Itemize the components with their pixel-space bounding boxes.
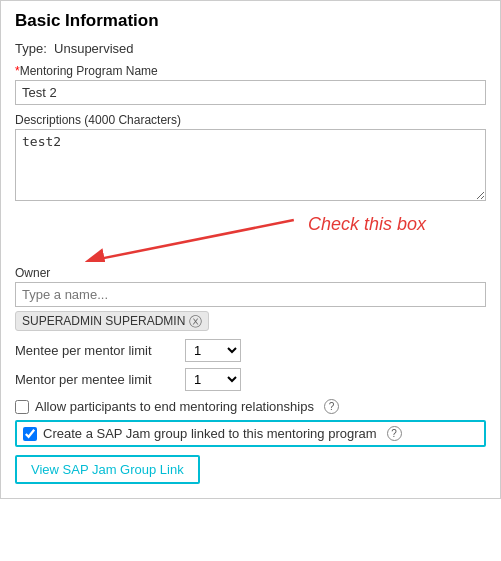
mentor-limit-row: Mentor per mentee limit 1 2 3 4 5	[15, 368, 486, 391]
panel-title: Basic Information	[15, 11, 486, 31]
annotation-area: Check this box	[15, 212, 486, 262]
allow-end-row: Allow participants to end mentoring rela…	[15, 399, 486, 414]
owner-label: Owner	[15, 266, 486, 280]
description-input[interactable]: test2	[15, 129, 486, 201]
create-jam-label: Create a SAP Jam group linked to this me…	[43, 426, 377, 441]
svg-line-0	[95, 220, 294, 260]
create-jam-help-icon[interactable]: ?	[387, 426, 402, 441]
create-jam-row: Create a SAP Jam group linked to this me…	[15, 420, 486, 447]
mentee-limit-row: Mentee per mentor limit 1 2 3 4 5	[15, 339, 486, 362]
limits-section: Mentee per mentor limit 1 2 3 4 5 Mentor…	[15, 339, 486, 391]
description-label: Descriptions (4000 Characters)	[15, 113, 486, 127]
owner-input[interactable]	[15, 282, 486, 307]
owner-field: Owner SUPERADMIN SUPERADMIN ⓧ	[15, 266, 486, 331]
owner-tags: SUPERADMIN SUPERADMIN ⓧ	[15, 311, 486, 331]
program-name-field: *Mentoring Program Name	[15, 64, 486, 105]
owner-tag: SUPERADMIN SUPERADMIN ⓧ	[15, 311, 209, 331]
allow-end-label: Allow participants to end mentoring rela…	[35, 399, 314, 414]
type-value: Unsupervised	[54, 41, 134, 56]
mentee-limit-label: Mentee per mentor limit	[15, 343, 185, 358]
arrow-graphic	[15, 212, 486, 262]
mentor-limit-label: Mentor per mentee limit	[15, 372, 185, 387]
check-this-box-label: Check this box	[308, 214, 426, 235]
description-field: Descriptions (4000 Characters) test2	[15, 113, 486, 204]
owner-tag-remove[interactable]: ⓧ	[189, 315, 202, 328]
create-jam-checkbox[interactable]	[23, 427, 37, 441]
view-jam-link-button[interactable]: View SAP Jam Group Link	[15, 455, 200, 484]
mentor-limit-select[interactable]: 1 2 3 4 5	[185, 368, 241, 391]
basic-information-panel: Basic Information Type: Unsupervised *Me…	[0, 0, 501, 499]
allow-end-help-icon[interactable]: ?	[324, 399, 339, 414]
mentee-limit-select[interactable]: 1 2 3 4 5	[185, 339, 241, 362]
type-label: Type:	[15, 41, 47, 56]
create-jam-checkbox-row: Create a SAP Jam group linked to this me…	[23, 426, 478, 441]
type-row: Type: Unsupervised	[15, 41, 486, 56]
owner-tag-label: SUPERADMIN SUPERADMIN	[22, 314, 185, 328]
program-name-input[interactable]	[15, 80, 486, 105]
allow-end-checkbox[interactable]	[15, 400, 29, 414]
program-name-label: *Mentoring Program Name	[15, 64, 486, 78]
